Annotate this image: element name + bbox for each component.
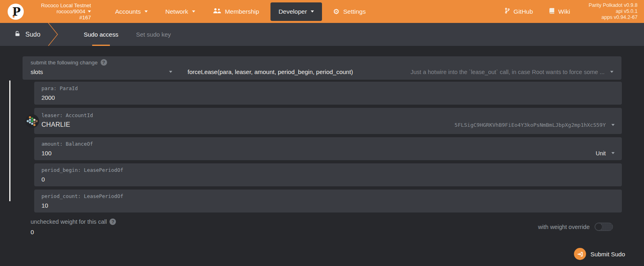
- nav-label-accounts: Accounts: [115, 8, 141, 15]
- apps-version: apps v0.94.2-67: [588, 14, 638, 21]
- chain-selector[interactable]: Rococo Local Testnet rococo/9004 #167: [27, 2, 91, 21]
- weight-override-label: with weight override: [538, 224, 590, 230]
- param-leaser[interactable]: leaser: AccountId CHARLIE 5FLSigC9HGRKVh…: [34, 108, 622, 134]
- chevron-down-icon[interactable]: [611, 124, 615, 126]
- param-amount-label: amount: BalanceOf: [41, 141, 615, 147]
- version-info: Parity Polkadot v0.9.8 api v5.0.1 apps v…: [588, 2, 644, 21]
- api-version: api v5.0.1: [588, 8, 638, 14]
- app-title: Sudo: [0, 23, 47, 46]
- param-para-label: para: ParaId: [41, 85, 615, 91]
- param-amount-value[interactable]: 100: [41, 150, 52, 157]
- unchecked-weight-label: unchecked weight for this call: [31, 219, 107, 225]
- call-params: para: ParaId 2000: [34, 82, 622, 216]
- account-identicon[interactable]: [25, 114, 39, 128]
- nav-label-network: Network: [165, 8, 188, 15]
- param-period-begin-label: period_begin: LeasePeriodOf: [41, 167, 615, 173]
- chain-spec: rococo/9004: [56, 8, 85, 14]
- tab-sudo-access-label: Sudo access: [84, 31, 118, 38]
- submit-sudo-button[interactable]: Submit Sudo: [574, 248, 625, 260]
- param-period-count-label: period_count: LeasePeriodOf: [41, 193, 615, 199]
- wiki-link[interactable]: Wiki: [541, 8, 578, 16]
- extrinsic-select-box: submit the following change ? slots forc…: [23, 56, 621, 80]
- unchecked-weight-value[interactable]: 0: [31, 229, 116, 235]
- pallet-selected-value: slots: [31, 68, 43, 75]
- tab-set-sudo-key[interactable]: Set sudo key: [127, 23, 180, 46]
- github-link[interactable]: GitHub: [497, 8, 541, 15]
- nav-label-membership: Membership: [225, 8, 259, 15]
- chain-name: Rococo Local Testnet: [27, 2, 91, 8]
- submit-sudo-label: Submit Sudo: [590, 251, 625, 258]
- unlock-icon: [14, 31, 21, 38]
- param-leaser-address: 5FLSigC9HGRKVhB9FiEo4Y3koPsNmBmLJbpXg2mp…: [454, 122, 606, 128]
- book-icon: [549, 8, 555, 16]
- app-name: Sudo: [25, 31, 40, 38]
- method-docs: Just a hotwire into the `lease_out` call…: [365, 69, 605, 75]
- code-branch-icon: [505, 8, 510, 15]
- chevron-down-icon: [311, 10, 314, 12]
- amount-unit-select[interactable]: Unit: [596, 150, 606, 157]
- nav-item-network[interactable]: Network: [157, 0, 204, 23]
- chevron-down-icon: [169, 71, 172, 73]
- tabs: Sudo access Set sudo key: [75, 23, 180, 46]
- param-period-count[interactable]: period_count: LeasePeriodOf 10: [34, 190, 622, 212]
- chevron-down-icon: [88, 10, 91, 12]
- top-navbar: P Rococo Local Testnet rococo/9004 #167 …: [0, 0, 644, 23]
- nav-item-membership[interactable]: Membership: [204, 0, 268, 23]
- nav-label-settings: Settings: [343, 8, 366, 15]
- node-version: Parity Polkadot v0.9.8: [588, 2, 638, 8]
- tab-set-sudo-key-label: Set sudo key: [136, 31, 171, 38]
- pallet-select[interactable]: slots: [31, 68, 172, 75]
- toggle-knob: [595, 223, 603, 231]
- param-leaser-label: leaser: AccountId: [41, 112, 615, 118]
- method-selected-value: forceLease(para, leaser, amount, period_…: [188, 68, 353, 75]
- param-para-value[interactable]: 2000: [41, 94, 55, 101]
- nav-label-developer: Developer: [279, 8, 307, 15]
- sign-in-icon: [574, 248, 586, 260]
- weight-override-toggle[interactable]: [594, 223, 613, 231]
- param-amount[interactable]: amount: BalanceOf 100 Unit: [34, 137, 622, 160]
- github-label: GitHub: [514, 8, 533, 15]
- chevron-down-icon: [144, 10, 148, 12]
- method-select[interactable]: forceLease(para, leaser, amount, period_…: [188, 68, 613, 75]
- section-label: submit the following change ?: [31, 59, 613, 66]
- people-icon: [213, 8, 221, 15]
- chevron-down-icon: [192, 10, 195, 12]
- param-period-begin-value[interactable]: 0: [41, 176, 45, 183]
- param-para[interactable]: para: ParaId 2000: [34, 82, 622, 105]
- main-nav: Accounts Network Membership Deve: [106, 0, 375, 23]
- tab-sudo-access[interactable]: Sudo access: [75, 23, 127, 46]
- param-period-begin[interactable]: period_begin: LeasePeriodOf 0: [34, 163, 622, 186]
- unchecked-weight: unchecked weight for this call ? 0: [31, 219, 116, 235]
- gears-icon: ⚙: [333, 8, 340, 15]
- nav-item-accounts[interactable]: Accounts: [106, 0, 157, 23]
- chevron-down-icon: [610, 71, 613, 73]
- weight-override-control: with weight override: [538, 223, 613, 231]
- chevron-down-icon[interactable]: [611, 152, 615, 154]
- help-icon[interactable]: ?: [109, 219, 116, 225]
- chevron-separator-icon: [47, 23, 59, 46]
- wiki-label: Wiki: [558, 8, 570, 15]
- block-number: #167: [27, 14, 91, 21]
- nav-item-developer[interactable]: Developer: [270, 2, 322, 21]
- section-label-text: submit the following change: [31, 60, 98, 66]
- tab-bar: Sudo Sudo access Set sudo key: [0, 23, 644, 46]
- param-leaser-value[interactable]: CHARLIE: [41, 121, 70, 128]
- param-period-count-value[interactable]: 10: [41, 202, 48, 209]
- polkadot-logo-icon[interactable]: P: [7, 3, 24, 20]
- nav-item-settings[interactable]: ⚙ Settings: [324, 0, 375, 23]
- help-icon[interactable]: ?: [101, 59, 107, 66]
- extrinsic-select-row: slots forceLease(para, leaser, amount, p…: [31, 68, 613, 75]
- header-right: GitHub Wiki Parity Polkadot v0.9.8 api v…: [497, 0, 644, 23]
- call-params-indicator: [9, 80, 10, 201]
